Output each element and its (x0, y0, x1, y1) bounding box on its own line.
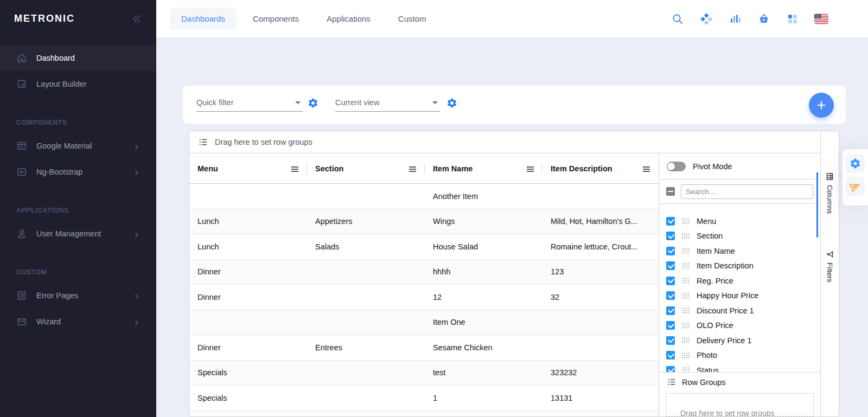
chevron-down-icon (432, 101, 438, 104)
tab-components[interactable]: Components (241, 8, 310, 30)
table-row[interactable]: DinnerEntreesSesame Chicken (189, 335, 659, 361)
pivot-mode-toggle[interactable] (667, 162, 686, 171)
drag-grip-icon (682, 233, 690, 239)
gear-icon (850, 158, 861, 169)
field-checkbox[interactable] (666, 351, 675, 360)
sidebar-collapse-icon[interactable] (129, 12, 142, 25)
column-search-input[interactable] (681, 184, 813, 199)
settings-gear-button[interactable] (846, 154, 865, 173)
field-checkbox[interactable] (666, 306, 675, 315)
sidebar-section-components: COMPONENTS (0, 97, 156, 133)
tab-dashboards[interactable]: Dashboards (170, 8, 237, 30)
grid-toolbar: Quick filter Current view (183, 86, 846, 124)
table-row[interactable]: Dinner1232 (189, 285, 659, 310)
tab-applications[interactable]: Applications (315, 8, 382, 30)
quick-filter-select[interactable]: Quick filter (196, 94, 303, 112)
search-icon[interactable] (671, 12, 685, 26)
column-field-item[interactable]: Photo (659, 348, 820, 363)
column-field-item[interactable]: Discount Price 1 (659, 303, 820, 318)
sidebar-item-user-management[interactable]: User Management (0, 221, 156, 247)
select-all-checkbox[interactable] (666, 187, 675, 196)
tab-filters[interactable]: Filters (826, 251, 834, 291)
field-checkbox[interactable] (666, 247, 675, 255)
column-field-item[interactable]: Happy Hour Price (659, 288, 820, 304)
column-menu-icon[interactable] (409, 165, 417, 172)
current-view-settings-icon[interactable] (446, 98, 457, 108)
quick-filter-settings-icon[interactable] (308, 98, 318, 108)
grid-squares-icon[interactable] (786, 12, 800, 26)
row-groups-drop-area[interactable]: Drag here to set row groups (666, 393, 814, 416)
add-item-button[interactable] (809, 93, 834, 118)
sidebar-item-wizard[interactable]: Wizard (0, 309, 156, 335)
tab-custom[interactable]: Custom (387, 8, 438, 30)
grid-cell (542, 184, 659, 209)
floating-settings-panel (843, 149, 868, 206)
grid-cell: 123 (542, 260, 659, 285)
drag-grip-icon (682, 337, 690, 343)
apps-diamond-icon[interactable] (699, 12, 713, 26)
field-checkbox[interactable] (666, 291, 675, 300)
drag-grip-icon (682, 278, 690, 284)
field-checkbox[interactable] (666, 366, 675, 372)
layout-builder-icon (16, 79, 27, 89)
grid-cell: Dinner (189, 260, 307, 285)
table-row[interactable] (189, 411, 659, 417)
grid-table: Menu Section Item Name Item Description (189, 153, 659, 416)
basket-icon[interactable] (757, 12, 771, 26)
grid-cell (189, 411, 307, 417)
column-header-item-name[interactable]: Item Name (425, 153, 542, 183)
column-field-item[interactable]: Menu (659, 214, 820, 229)
field-checkbox[interactable] (666, 232, 675, 240)
grid-cell: Sesame Chicken (425, 335, 542, 360)
drag-grip-icon (682, 323, 690, 329)
column-menu-icon[interactable] (291, 165, 299, 172)
header-tabs: Dashboards Components Applications Custo… (170, 8, 438, 30)
grid-cell: Wings (425, 209, 542, 234)
field-checkbox[interactable] (666, 217, 675, 226)
table-row[interactable]: Specials113131 (189, 386, 659, 411)
table-row[interactable]: LunchSaladsHouse SaladRomaine lettuce, C… (189, 234, 659, 260)
column-header-menu[interactable]: Menu (189, 153, 307, 183)
column-header-section[interactable]: Section (307, 153, 425, 183)
column-header-item-description[interactable]: Item Description (542, 153, 659, 183)
sidebar-item-error-pages[interactable]: Error Pages (0, 283, 156, 309)
column-field-item[interactable]: Section (659, 229, 820, 244)
current-view-select[interactable]: Current view (335, 94, 440, 112)
columns-icon (826, 172, 834, 181)
sidebar-item-dashboard[interactable]: Dashboard (0, 45, 156, 71)
column-menu-icon[interactable] (642, 165, 650, 172)
chevron-down-icon (295, 101, 301, 104)
table-row[interactable]: Specialstest323232 (189, 361, 659, 386)
table-row[interactable]: Dinnerhhhh123 (189, 260, 659, 285)
field-label: Discount Price 1 (697, 306, 754, 315)
field-checkbox[interactable] (666, 277, 675, 285)
field-checkbox[interactable] (666, 261, 675, 270)
bar-chart-icon[interactable] (728, 12, 742, 26)
column-menu-icon[interactable] (526, 165, 534, 172)
column-field-item[interactable]: Item Name (659, 243, 820, 259)
column-field-item[interactable]: Reg. Price (659, 273, 820, 288)
row-groups-section-label: Row Groups (682, 378, 726, 387)
field-label: Menu (697, 217, 716, 226)
column-field-item[interactable]: Status (659, 363, 820, 372)
sidebar-item-layout-builder[interactable]: Layout Builder (0, 71, 156, 97)
column-field-item[interactable]: OLO Price (659, 318, 820, 333)
column-field-item[interactable]: Delivery Price 1 (659, 333, 820, 348)
grid-cell: 1 (425, 386, 542, 410)
column-field-item[interactable]: Item Description (659, 259, 820, 274)
field-checkbox[interactable] (666, 336, 675, 345)
drag-grip-icon (682, 218, 690, 224)
tab-columns[interactable]: Columns (826, 172, 834, 238)
table-row[interactable]: Another Item (189, 184, 659, 209)
table-row[interactable]: LunchAppetizersWingsMild, Hot, Hamilton'… (189, 209, 659, 235)
field-checkbox[interactable] (666, 321, 675, 330)
sidebar-item-ng-bootstrap[interactable]: Ng-Bootstrap (0, 159, 156, 185)
pivot-mode-label: Pivot Mode (693, 162, 732, 171)
send-demo-button[interactable] (846, 177, 865, 196)
row-groups-dropzone[interactable]: Drag here to set row groups (189, 131, 820, 153)
table-row[interactable]: Item One (189, 310, 659, 336)
sidebar-item-google-material[interactable]: Google Material (0, 133, 156, 159)
us-flag-icon[interactable] (814, 12, 828, 26)
data-grid: Drag here to set row groups Menu Section… (189, 131, 839, 417)
grid-cell (307, 184, 425, 209)
